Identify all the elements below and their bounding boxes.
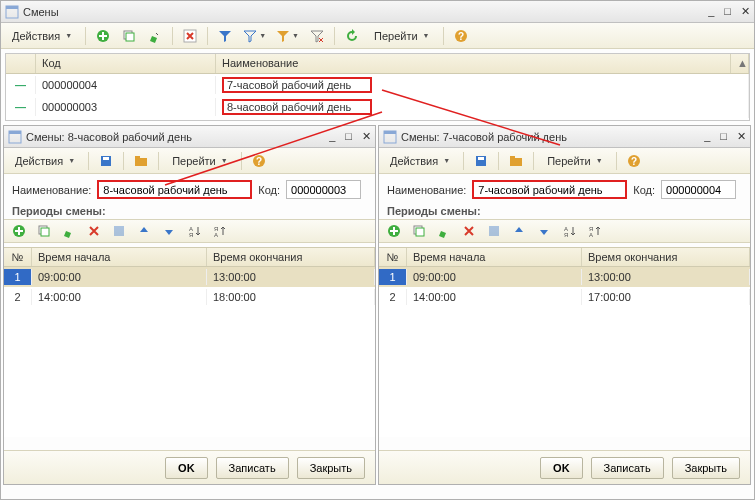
name-label: Наименование: [387, 184, 466, 196]
detail-title: Смены: 8-часовой рабочий день [26, 131, 329, 143]
code-input[interactable] [286, 180, 361, 199]
detail-toolbar: Действия▼ Перейти▼ ? [4, 148, 375, 174]
close-button[interactable]: ✕ [362, 130, 371, 143]
help-button[interactable]: ? [450, 26, 472, 46]
col-start[interactable]: Время начала [32, 248, 207, 266]
help-button[interactable]: ? [623, 151, 645, 171]
save-button[interactable] [95, 151, 117, 171]
move-down-button[interactable] [533, 221, 555, 241]
list-row[interactable]: — 000000004 7-часовой рабочий день [6, 74, 749, 96]
maximize-button[interactable]: □ [724, 5, 731, 18]
delete-button[interactable] [179, 26, 201, 46]
main-toolbar: Действия▼ ▼ ▼ Перейти▼ ? [1, 23, 754, 49]
sort-desc-button[interactable]: ЯA [208, 221, 230, 241]
periods-label: Периоды смены: [12, 205, 367, 217]
goto-menu[interactable]: Перейти▼ [367, 26, 437, 46]
delete-row-button[interactable] [83, 221, 105, 241]
period-row[interactable]: 2 14:00:00 17:00:00 [379, 287, 750, 307]
minimize-button[interactable]: _ [704, 130, 710, 143]
period-row[interactable]: 2 14:00:00 18:00:00 [4, 287, 375, 307]
svg-text:Я: Я [189, 232, 193, 238]
move-down-button[interactable] [158, 221, 180, 241]
move-up-button[interactable] [133, 221, 155, 241]
edit-row-button[interactable] [433, 221, 455, 241]
actions-menu[interactable]: Действия▼ [5, 26, 79, 46]
save-button[interactable]: Записать [216, 457, 289, 479]
close-button[interactable]: ✕ [741, 5, 750, 18]
goto-menu[interactable]: Перейти▼ [165, 151, 235, 171]
actions-menu[interactable]: Действия▼ [8, 151, 82, 171]
row-code: 000000003 [36, 98, 216, 116]
code-label: Код: [633, 184, 655, 196]
period-row[interactable]: 1 09:00:00 13:00:00 [4, 267, 375, 287]
refresh-button[interactable] [341, 26, 363, 46]
sort-desc-button[interactable]: ЯA [583, 221, 605, 241]
minimize-button[interactable]: _ [708, 5, 714, 18]
svg-text:?: ? [457, 31, 463, 42]
actions-menu[interactable]: Действия▼ [383, 151, 457, 171]
code-input[interactable] [661, 180, 736, 199]
folder-button[interactable] [505, 151, 527, 171]
add-row-button[interactable] [8, 221, 30, 241]
svg-text:A: A [589, 232, 593, 238]
ok-button[interactable]: OK [165, 457, 208, 479]
maximize-button[interactable]: □ [345, 130, 352, 143]
ok-button[interactable]: OK [540, 457, 583, 479]
save-rows-button[interactable] [108, 221, 130, 241]
periods-table[interactable]: № Время начала Время окончания 1 09:00:0… [4, 247, 375, 437]
detail-footer: OK Записать Закрыть [4, 450, 375, 484]
scroll-top-button[interactable]: ▲ [731, 54, 749, 73]
sort-asc-button[interactable]: AЯ [183, 221, 205, 241]
col-end[interactable]: Время окончания [207, 248, 375, 266]
main-title: Смены [23, 6, 708, 18]
minimize-button[interactable]: _ [329, 130, 335, 143]
copy-button[interactable] [118, 26, 140, 46]
periods-table[interactable]: № Время начала Время окончания 1 09:00:0… [379, 247, 750, 437]
detail-titlebar: Смены: 8-часовой рабочий день _ □ ✕ [4, 126, 375, 148]
help-button[interactable]: ? [248, 151, 270, 171]
periods-toolbar: AЯ ЯA [4, 219, 375, 243]
col-num[interactable]: № [379, 248, 407, 266]
add-row-button[interactable] [383, 221, 405, 241]
col-num[interactable]: № [4, 248, 32, 266]
filter3-button[interactable]: ▼ [273, 26, 302, 46]
save-rows-button[interactable] [483, 221, 505, 241]
copy-row-button[interactable] [33, 221, 55, 241]
save-button[interactable]: Записать [591, 457, 664, 479]
svg-text:Я: Я [564, 232, 568, 238]
col-start[interactable]: Время начала [407, 248, 582, 266]
col-end[interactable]: Время окончания [582, 248, 750, 266]
svg-text:A: A [214, 232, 218, 238]
close-button[interactable]: Закрыть [297, 457, 365, 479]
move-up-button[interactable] [508, 221, 530, 241]
main-titlebar: Смены _ □ ✕ [1, 1, 754, 23]
add-button[interactable] [92, 26, 114, 46]
period-row[interactable]: 1 09:00:00 13:00:00 [379, 267, 750, 287]
main-list[interactable]: Код Наименование ▲ — 000000004 7-часовой… [5, 53, 750, 121]
filter2-button[interactable]: ▼ [240, 26, 269, 46]
close-button[interactable]: Закрыть [672, 457, 740, 479]
filter-button[interactable] [214, 26, 236, 46]
edit-row-button[interactable] [58, 221, 80, 241]
copy-row-button[interactable] [408, 221, 430, 241]
goto-menu[interactable]: Перейти▼ [540, 151, 610, 171]
sort-asc-button[interactable]: AЯ [558, 221, 580, 241]
svg-rect-4 [126, 33, 134, 41]
save-button[interactable] [470, 151, 492, 171]
maximize-button[interactable]: □ [720, 130, 727, 143]
name-label: Наименование: [12, 184, 91, 196]
name-input[interactable] [97, 180, 252, 199]
list-row[interactable]: — 000000003 8-часовой рабочий день [6, 96, 749, 118]
close-button[interactable]: ✕ [737, 130, 746, 143]
folder-button[interactable] [130, 151, 152, 171]
name-input[interactable] [472, 180, 627, 199]
detail-toolbar: Действия▼ Перейти▼ ? [379, 148, 750, 174]
col-code[interactable]: Код [36, 54, 216, 73]
svg-text:?: ? [256, 156, 262, 167]
edit-button[interactable] [144, 26, 166, 46]
svg-rect-27 [478, 157, 484, 160]
clear-filter-button[interactable] [306, 26, 328, 46]
col-name[interactable]: Наименование [216, 54, 731, 73]
svg-rect-13 [135, 156, 140, 159]
delete-row-button[interactable] [458, 221, 480, 241]
